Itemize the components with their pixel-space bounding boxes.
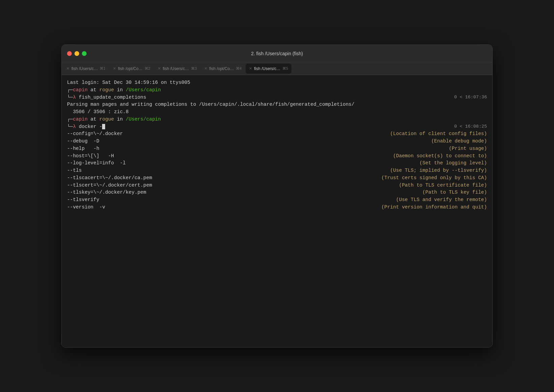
tab-close-5[interactable]: ✕ xyxy=(249,66,252,71)
lastlogin-text: Last login: Sat Dec 30 14:59:16 on ttys0… xyxy=(67,79,190,87)
completion-host: --host=\[\] -H (Daemon socket(s) to conn… xyxy=(67,153,487,160)
traffic-lights xyxy=(67,51,87,56)
close-button[interactable] xyxy=(67,51,72,56)
tab-kbd-2: ⌘2 xyxy=(145,66,150,71)
tab-4[interactable]: ✕ fish /opt/Co… ⌘4 xyxy=(201,64,245,74)
tab-kbd-4: ⌘4 xyxy=(236,66,242,71)
maximize-button[interactable] xyxy=(82,51,87,56)
tab-close-2[interactable]: ✕ xyxy=(113,66,116,71)
tab-kbd-3: ⌘3 xyxy=(191,66,197,71)
line-prompt1-cmd: └─λ fish_update_completions 0 < 16:07:36 xyxy=(67,94,487,101)
tab-3[interactable]: ✕ fish /Users/c… ⌘3 xyxy=(154,64,200,74)
tab-label-4: fish /opt/Co… xyxy=(209,66,234,71)
timestamp-1: 0 < 16:07:36 xyxy=(448,94,487,101)
timestamp-2: 0 < 16:08:25 xyxy=(448,123,487,131)
completion-version: --version -v (Print version information … xyxy=(67,204,487,211)
minimize-button[interactable] xyxy=(74,51,79,56)
tab-close-1[interactable]: ✕ xyxy=(66,66,69,71)
tab-label-1: fish /Users/c… xyxy=(71,66,98,71)
completion-tlscert: --tlscert=\~/.docker/cert.pem (Path to T… xyxy=(67,182,487,189)
window-title: 2. fish /Users/capin (fish) xyxy=(251,51,303,56)
completion-config: --config=\~/.docker (Location of client … xyxy=(67,130,487,138)
completion-loglevel: --log-level=info -l (Set the logging lev… xyxy=(67,160,487,167)
tab-label-2: fish /opt/Co… xyxy=(118,66,143,71)
tab-close-3[interactable]: ✕ xyxy=(158,66,161,71)
tab-1[interactable]: ✕ fish /Users/c… ⌘1 xyxy=(63,64,109,74)
line-prompt2-top: ┌─capin at rogue in /Users/capin xyxy=(67,116,487,123)
titlebar: 2. fish /Users/capin (fish) xyxy=(62,45,492,62)
tabs-bar: ✕ fish /Users/c… ⌘1 ✕ fish /opt/Co… ⌘2 ✕… xyxy=(62,62,492,75)
completion-tlscacert: --tlscacert=\~/.docker/ca.pem (Trust cer… xyxy=(67,174,487,182)
terminal-body[interactable]: Last login: Sat Dec 30 14:59:16 on ttys0… xyxy=(62,75,492,347)
line-parsing: Parsing man pages and writing completion… xyxy=(67,101,487,108)
completion-help: --help -h (Print usage) xyxy=(67,145,487,153)
line-prompt2-cmd: └─λ docker - 0 < 16:08:25 xyxy=(67,123,487,131)
tab-kbd-5: ⌘5 xyxy=(282,66,288,71)
line-prompt1-top: ┌─capin at rogue in /Users/capin xyxy=(67,87,487,94)
tab-5[interactable]: ✕ fish /Users/c… ⌘5 xyxy=(246,64,291,74)
line-count: 3506 / 3506 : zic.8 xyxy=(67,108,487,116)
tab-kbd-1: ⌘1 xyxy=(100,66,105,71)
completion-debug: --debug -D (Enable debug mode) xyxy=(67,138,487,145)
completion-tlskey: --tlskey=\~/.docker/key.pem (Path to TLS… xyxy=(67,189,487,196)
completion-tls: --tls (Use TLS; implied by --tlsverify) xyxy=(67,167,487,174)
completion-tlsverify: --tlsverify (Use TLS and verify the remo… xyxy=(67,196,487,204)
tab-2[interactable]: ✕ fish /opt/Co… ⌘2 xyxy=(110,64,154,74)
tab-close-4[interactable]: ✕ xyxy=(204,66,207,71)
terminal-window: 2. fish /Users/capin (fish) ✕ fish /User… xyxy=(61,44,493,348)
tab-label-3: fish /Users/c… xyxy=(163,66,189,71)
tab-label-5: fish /Users/c… xyxy=(254,66,280,71)
line-lastlogin: Last login: Sat Dec 30 14:59:16 on ttys0… xyxy=(67,79,487,87)
